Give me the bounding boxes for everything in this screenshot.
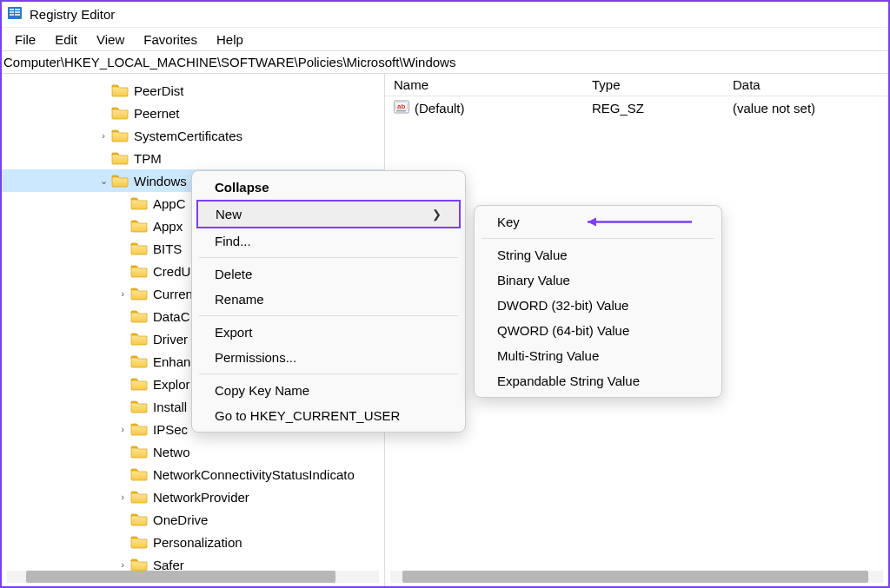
tree-item[interactable]: OneDrive	[2, 508, 384, 531]
ctx-permissions[interactable]: Permissions...	[197, 345, 460, 370]
ctx-export[interactable]: Export	[197, 320, 460, 345]
menu-view[interactable]: View	[87, 30, 134, 50]
submenu-key-label: Key	[497, 215, 520, 229]
submenu-key[interactable]: Key	[480, 209, 716, 235]
title-bar: Registry Editor	[2, 2, 888, 28]
tree-item-label: Netwo	[153, 445, 190, 459]
folder-icon	[111, 83, 129, 97]
window-title: Registry Editor	[30, 7, 115, 22]
menu-edit[interactable]: Edit	[45, 30, 87, 50]
separator	[199, 315, 458, 316]
folder-icon	[130, 400, 148, 413]
tree-item-label: CredU	[153, 264, 190, 279]
ctx-new[interactable]: New ❯	[196, 200, 461, 228]
tree-item[interactable]: ›SystemCertificates	[2, 124, 384, 147]
window-frame: Registry Editor File Edit View Favorites…	[0, 0, 890, 588]
folder-icon	[130, 309, 148, 323]
tree-item-label: BITS	[153, 241, 182, 256]
chevron-right-icon[interactable]: ›	[116, 492, 129, 502]
menu-help[interactable]: Help	[207, 30, 253, 50]
folder-icon	[111, 129, 129, 142]
folder-icon	[111, 174, 129, 188]
submenu-binary[interactable]: Binary Value	[480, 268, 716, 293]
folder-icon	[130, 241, 148, 255]
scrollbar-thumb[interactable]	[26, 571, 335, 583]
submenu-qword[interactable]: QWORD (64-bit) Value	[480, 318, 716, 343]
chevron-right-icon[interactable]: ›	[116, 288, 129, 299]
tree-item-label: TPM	[134, 151, 162, 166]
submenu-multi[interactable]: Multi-String Value	[480, 343, 716, 368]
tree-item-label: Driver	[153, 332, 188, 347]
chevron-right-icon[interactable]: ›	[116, 424, 129, 434]
list-hscrollbar[interactable]	[390, 571, 883, 583]
ctx-copy-key-name[interactable]: Copy Key Name	[197, 378, 460, 403]
folder-icon	[130, 535, 148, 549]
separator	[482, 238, 714, 239]
folder-icon	[130, 445, 148, 459]
ctx-collapse[interactable]: Collapse	[197, 175, 460, 200]
tree-item-label: Explor	[153, 377, 190, 392]
value-data: (value not set)	[724, 101, 888, 116]
list-row[interactable]: (Default) REG_SZ (value not set)	[385, 96, 888, 119]
submenu-expand[interactable]: Expandable String Value	[480, 368, 716, 393]
folder-icon	[130, 287, 148, 301]
tree-item-label: OneDrive	[153, 512, 208, 527]
tree-item[interactable]: ›NetworkProvider	[2, 486, 384, 508]
tree-item[interactable]: Personalization	[2, 531, 384, 553]
separator	[199, 257, 458, 258]
folder-icon	[130, 354, 148, 368]
menu-favorites[interactable]: Favorites	[134, 30, 207, 50]
tree-hscrollbar[interactable]	[7, 571, 379, 583]
scrollbar-thumb[interactable]	[402, 571, 868, 583]
tree-item-label: Install	[153, 400, 187, 414]
tree-item[interactable]: NetworkConnectivityStatusIndicato	[2, 463, 384, 486]
chevron-down-icon[interactable]: ⌄	[97, 175, 110, 187]
tree-item[interactable]: Netwo	[2, 440, 384, 463]
folder-icon	[130, 490, 148, 504]
value-name: (Default)	[415, 101, 465, 116]
tree-item-label: Curren	[153, 287, 193, 301]
ctx-rename[interactable]: Rename	[197, 287, 460, 312]
separator	[199, 373, 458, 374]
chevron-right-icon[interactable]: ›	[97, 130, 110, 141]
tree-item-label: Enhan	[153, 354, 190, 369]
tree-item-label: Windows	[134, 174, 187, 188]
column-header-name[interactable]: Name	[385, 74, 583, 96]
new-submenu: Key String Value Binary Value DWORD (32-…	[474, 205, 722, 398]
svg-marker-12	[588, 217, 596, 226]
tree-item-label: IPSec	[153, 422, 188, 437]
menu-file[interactable]: File	[5, 30, 45, 50]
chevron-right-icon: ❯	[432, 208, 442, 221]
tree-item[interactable]: TPM	[2, 147, 384, 169]
tutorial-arrow-icon	[588, 215, 701, 229]
submenu-string[interactable]: String Value	[480, 242, 716, 268]
ctx-delete[interactable]: Delete	[197, 261, 460, 287]
folder-icon	[130, 332, 148, 346]
tree-item-label: NetworkConnectivityStatusIndicato	[153, 467, 355, 482]
list-header: Name Type Data	[385, 74, 888, 96]
column-header-type[interactable]: Type	[583, 74, 724, 96]
folder-icon	[111, 151, 129, 165]
address-bar[interactable]: Computer\HKEY_LOCAL_MACHINE\SOFTWARE\Pol…	[2, 51, 888, 74]
folder-icon	[130, 264, 148, 278]
string-value-icon	[394, 100, 409, 116]
tree-item-label: Safer	[153, 558, 184, 572]
tree-item[interactable]: PeerDist	[2, 79, 384, 102]
folder-icon	[130, 558, 148, 571]
value-type: REG_SZ	[583, 101, 724, 116]
context-menu: Collapse New ❯ Find... Delete Rename Exp…	[191, 170, 466, 433]
folder-icon	[130, 467, 148, 481]
tree-item-label: PeerDist	[134, 83, 184, 98]
folder-icon	[130, 377, 148, 391]
submenu-dword[interactable]: DWORD (32-bit) Value	[480, 293, 716, 318]
folder-icon	[130, 219, 148, 233]
ctx-find[interactable]: Find...	[197, 228, 460, 254]
tree-item-label: AppC	[153, 196, 186, 211]
ctx-goto-hkcu[interactable]: Go to HKEY_CURRENT_USER	[197, 403, 460, 428]
tree-item[interactable]: Peernet	[2, 102, 384, 124]
column-header-data[interactable]: Data	[724, 74, 888, 96]
ctx-new-label: New	[216, 207, 242, 221]
chevron-right-icon[interactable]: ›	[116, 559, 129, 570]
folder-icon	[130, 196, 148, 210]
folder-icon	[130, 512, 148, 526]
